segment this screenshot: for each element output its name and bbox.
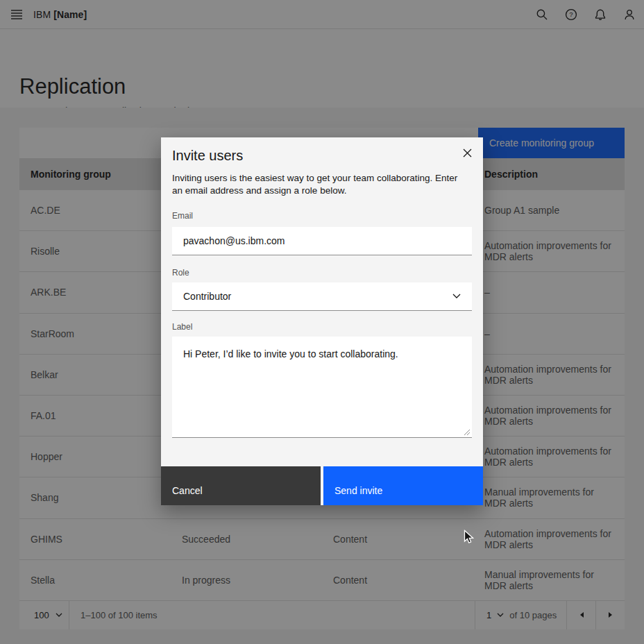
role-selected-value: Contributor xyxy=(183,291,231,302)
cancel-button[interactable]: Cancel xyxy=(161,466,321,505)
message-field[interactable]: Hi Peter, I’d like to invite you to star… xyxy=(172,337,472,438)
role-dropdown[interactable]: Contributor xyxy=(172,282,472,311)
role-label: Role xyxy=(172,268,189,278)
email-field[interactable] xyxy=(172,227,472,255)
send-invite-button[interactable]: Send invite xyxy=(323,466,483,505)
resize-handle-icon[interactable] xyxy=(464,429,471,436)
message-label: Label xyxy=(172,322,192,332)
close-icon xyxy=(463,149,472,158)
modal-footer: Cancel Send invite xyxy=(161,466,483,505)
invite-users-modal: Invite users Inviting users is the easie… xyxy=(161,137,483,505)
chevron-down-icon xyxy=(452,294,461,299)
modal-title: Invite users xyxy=(172,146,243,164)
app-window: IBM [Name] ? xyxy=(0,0,644,644)
modal-description: Inviting users is the easiest way to get… xyxy=(172,172,459,197)
email-label: Email xyxy=(172,211,193,221)
close-modal-button[interactable] xyxy=(454,139,480,166)
